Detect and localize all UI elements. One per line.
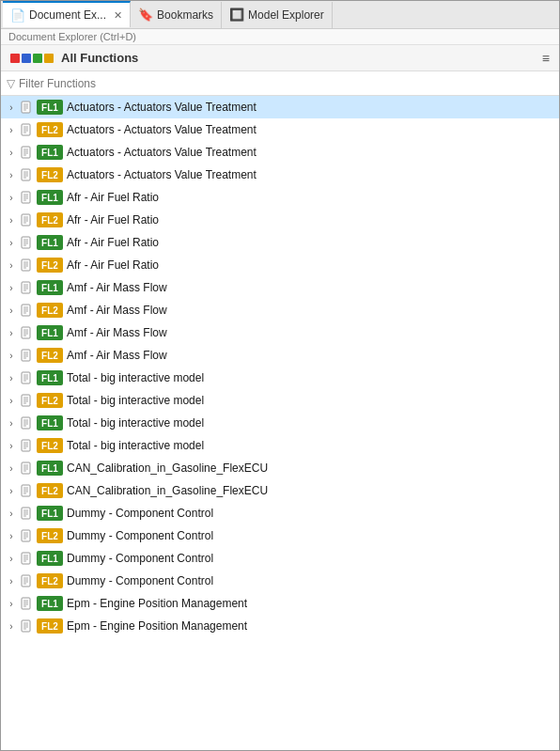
tree-item[interactable]: › FL1Amf - Air Mass Flow xyxy=(1,321,559,344)
tree-item[interactable]: › FL1CAN_Calibration_in_Gasoline_FlexECU xyxy=(1,457,559,479)
expand-arrow-icon[interactable]: › xyxy=(5,305,18,316)
fl-badge: FL2 xyxy=(37,393,63,408)
svg-rect-0 xyxy=(22,102,30,113)
tree-item[interactable]: › FL1Actuators - Actuators Value Treatme… xyxy=(1,141,559,164)
tree-item[interactable]: › FL2Amf - Air Mass Flow xyxy=(1,299,559,321)
fl-badge: FL2 xyxy=(37,573,63,588)
tree-item[interactable]: › FL2CAN_Calibration_in_Gasoline_FlexECU xyxy=(1,479,559,502)
tree-item[interactable]: › FL2Amf - Air Mass Flow xyxy=(1,344,559,367)
fl-badge: FL2 xyxy=(37,122,63,137)
fl-badge: FL2 xyxy=(37,438,63,453)
svg-rect-115 xyxy=(22,620,30,632)
item-label: Actuators - Actuators Value Treatment xyxy=(67,168,555,181)
svg-rect-10 xyxy=(22,147,30,158)
item-label: Epm - Engine Position Management xyxy=(67,597,555,610)
expand-arrow-icon[interactable]: › xyxy=(5,463,18,474)
document-icon xyxy=(20,212,35,227)
tree-item[interactable]: › FL2Dummy - Component Control xyxy=(1,570,559,592)
fl-badge: FL1 xyxy=(37,551,63,566)
tree-item[interactable]: › FL1Dummy - Component Control xyxy=(1,502,559,524)
svg-rect-70 xyxy=(22,417,30,429)
tree-item[interactable]: › FL1Dummy - Component Control xyxy=(1,547,559,570)
fl-badge: FL2 xyxy=(37,303,63,318)
doc-explorer-icon: 📄 xyxy=(10,8,25,23)
green-square xyxy=(33,54,42,63)
svg-rect-40 xyxy=(22,282,30,293)
toolbar-title: All Functions xyxy=(61,51,535,65)
expand-arrow-icon[interactable]: › xyxy=(5,260,18,271)
layout-button[interactable]: ≡ xyxy=(538,49,553,68)
expand-arrow-icon[interactable]: › xyxy=(5,283,18,293)
expand-arrow-icon[interactable]: › xyxy=(5,599,18,609)
document-icon xyxy=(20,348,35,363)
tree-item[interactable]: › FL1Afr - Air Fuel Ratio xyxy=(1,186,559,209)
tree-item[interactable]: › FL2Dummy - Component Control xyxy=(1,524,559,547)
expand-arrow-icon[interactable]: › xyxy=(5,621,18,632)
tree-item[interactable]: › FL1Amf - Air Mass Flow xyxy=(1,276,559,299)
expand-arrow-icon[interactable]: › xyxy=(5,508,18,519)
tab-model-explorer[interactable]: 🔲 Model Explorer xyxy=(222,2,333,28)
filter-input[interactable] xyxy=(19,77,553,90)
tree-item[interactable]: › FL2Epm - Engine Position Management xyxy=(1,615,559,637)
item-label: Amf - Air Mass Flow xyxy=(67,304,555,317)
document-icon xyxy=(20,393,35,408)
toolbar: All Functions ≡ xyxy=(1,45,559,71)
fl-badge: FL1 xyxy=(37,280,63,295)
expand-arrow-icon[interactable]: › xyxy=(5,351,18,361)
item-label: Dummy - Component Control xyxy=(67,552,555,565)
document-icon xyxy=(20,415,35,430)
document-icon xyxy=(20,461,35,476)
expand-arrow-icon[interactable]: › xyxy=(5,328,18,338)
tree-item[interactable]: › FL2Total - big interactive model xyxy=(1,389,559,412)
svg-rect-90 xyxy=(22,508,30,519)
tab-bookmarks[interactable]: 🔖 Bookmarks xyxy=(131,2,222,28)
header-color-icons xyxy=(7,54,57,63)
tree-item[interactable]: › FL2Afr - Air Fuel Ratio xyxy=(1,254,559,276)
orange-square xyxy=(44,54,54,63)
expand-arrow-icon[interactable]: › xyxy=(5,486,18,496)
expand-arrow-icon[interactable]: › xyxy=(5,396,18,406)
tab-doc-explorer[interactable]: 📄 Document Ex... ✕ xyxy=(3,1,131,27)
svg-rect-15 xyxy=(22,169,30,180)
fl-badge: FL1 xyxy=(37,190,63,205)
item-label: CAN_Calibration_in_Gasoline_FlexECU xyxy=(67,484,555,497)
tree-item[interactable]: › FL2Actuators - Actuators Value Treatme… xyxy=(1,164,559,186)
expand-arrow-icon[interactable]: › xyxy=(5,102,18,113)
tree-item[interactable]: › FL2Actuators - Actuators Value Treatme… xyxy=(1,118,559,141)
document-icon xyxy=(20,258,35,273)
tree-item[interactable]: › FL2Total - big interactive model xyxy=(1,434,559,457)
tree-list[interactable]: › FL1Actuators - Actuators Value Treatme… xyxy=(1,96,559,750)
document-icon xyxy=(20,235,35,250)
svg-rect-5 xyxy=(22,124,30,135)
document-icon xyxy=(20,483,35,498)
document-icon xyxy=(20,596,35,611)
expand-arrow-icon[interactable]: › xyxy=(5,576,18,587)
tab-close-button[interactable]: ✕ xyxy=(114,9,122,22)
filter-bar: ▽ xyxy=(1,71,559,96)
expand-arrow-icon[interactable]: › xyxy=(5,531,18,541)
tree-item[interactable]: › FL2Afr - Air Fuel Ratio xyxy=(1,209,559,231)
expand-arrow-icon[interactable]: › xyxy=(5,125,18,135)
expand-arrow-icon[interactable]: › xyxy=(5,441,18,451)
document-icon xyxy=(20,325,35,340)
document-icon xyxy=(20,145,35,160)
item-label: Actuators - Actuators Value Treatment xyxy=(67,146,555,159)
tree-item[interactable]: › FL1Actuators - Actuators Value Treatme… xyxy=(1,96,559,118)
tree-item[interactable]: › FL1Total - big interactive model xyxy=(1,367,559,389)
expand-arrow-icon[interactable]: › xyxy=(5,238,18,248)
expand-arrow-icon[interactable]: › xyxy=(5,148,18,158)
tooltip-text: Document Explorer (Ctrl+D) xyxy=(8,31,136,42)
expand-arrow-icon[interactable]: › xyxy=(5,170,18,180)
expand-arrow-icon[interactable]: › xyxy=(5,373,18,383)
tree-item[interactable]: › FL1Afr - Air Fuel Ratio xyxy=(1,231,559,254)
tree-item[interactable]: › FL1Epm - Engine Position Management xyxy=(1,592,559,615)
svg-rect-65 xyxy=(22,395,30,406)
fl-badge: FL2 xyxy=(37,258,63,273)
expand-arrow-icon[interactable]: › xyxy=(5,418,18,429)
expand-arrow-icon[interactable]: › xyxy=(5,554,18,564)
svg-rect-60 xyxy=(22,372,30,383)
svg-rect-75 xyxy=(22,440,30,451)
expand-arrow-icon[interactable]: › xyxy=(5,215,18,226)
expand-arrow-icon[interactable]: › xyxy=(5,193,18,203)
tree-item[interactable]: › FL1Total - big interactive model xyxy=(1,412,559,434)
